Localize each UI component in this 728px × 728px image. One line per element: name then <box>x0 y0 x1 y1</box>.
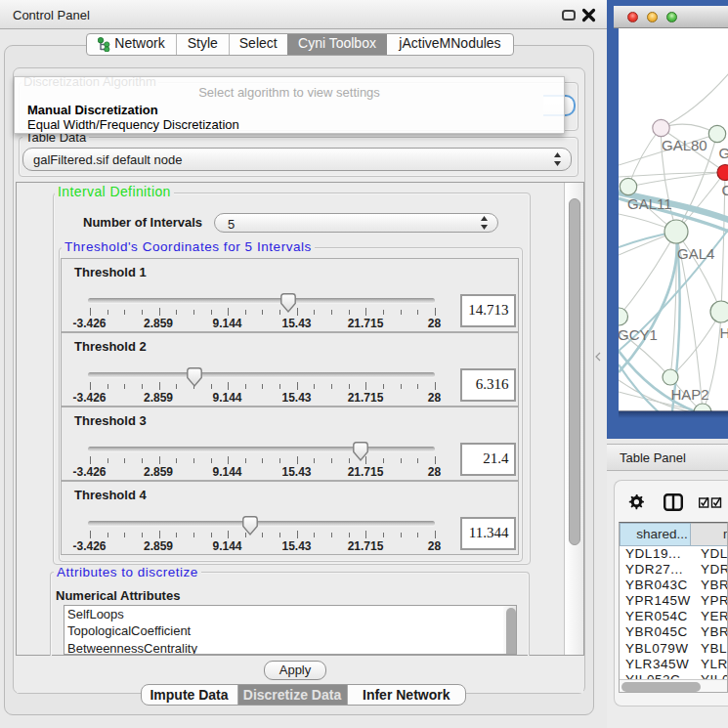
svg-text:GCY1: GCY1 <box>619 325 658 342</box>
svg-text:HAP2: HAP2 <box>670 385 708 402</box>
svg-text:GAL4: GAL4 <box>677 245 714 262</box>
svg-text:CY: CY <box>721 181 728 197</box>
svg-text:GAL11: GAL11 <box>627 194 672 211</box>
svg-text:HI: HI <box>719 323 728 340</box>
svg-text:GAL1: GAL1 <box>718 145 728 161</box>
svg-text:GAL80: GAL80 <box>662 136 707 152</box>
